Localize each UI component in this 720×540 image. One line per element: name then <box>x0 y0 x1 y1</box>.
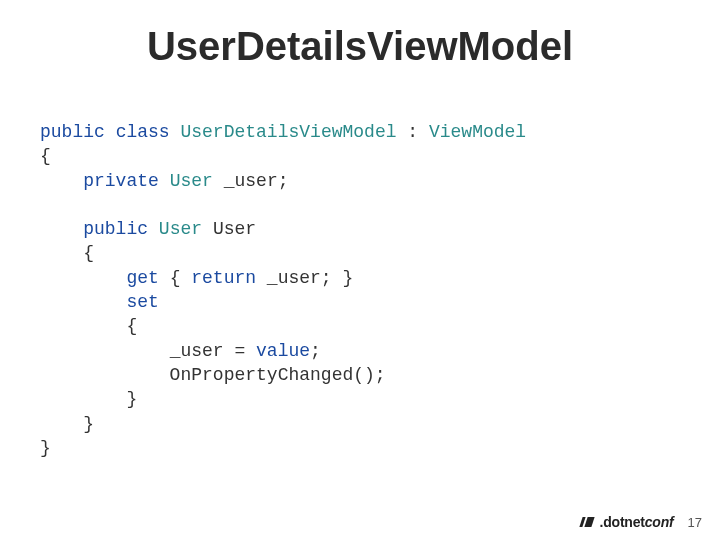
keyword: value <box>256 341 310 361</box>
type-name: User <box>159 219 202 239</box>
brace: { <box>40 243 94 263</box>
keyword: return <box>191 268 256 288</box>
keyword: class <box>116 122 170 142</box>
keyword: public <box>40 122 105 142</box>
identifier: _user; } <box>267 268 353 288</box>
slide-number: 17 <box>688 515 702 530</box>
identifier: _user = <box>170 341 256 361</box>
keyword: private <box>83 171 159 191</box>
brace: } <box>40 438 51 458</box>
type-name: ViewModel <box>429 122 526 142</box>
brand-logo: .dotnetconf <box>581 514 673 530</box>
brace: } <box>40 414 94 434</box>
keyword: public <box>83 219 148 239</box>
brand-text: .dotnetconf <box>599 514 673 530</box>
keyword: get <box>126 268 158 288</box>
brace: { <box>40 316 137 336</box>
identifier: OnPropertyChanged(); <box>40 365 386 385</box>
type-name: UserDetailsViewModel <box>180 122 396 142</box>
footer: .dotnetconf 17 <box>581 514 702 530</box>
brace: { <box>40 146 51 166</box>
identifier: _user; <box>224 171 289 191</box>
identifier: User <box>213 219 256 239</box>
slide: UserDetailsViewModel public class UserDe… <box>0 0 720 540</box>
slide-title: UserDetailsViewModel <box>0 24 720 69</box>
code-block: public class UserDetailsViewModel : View… <box>40 120 680 460</box>
type-name: User <box>170 171 213 191</box>
keyword: set <box>126 292 158 312</box>
logo-icon <box>581 516 595 528</box>
brace: } <box>40 389 137 409</box>
